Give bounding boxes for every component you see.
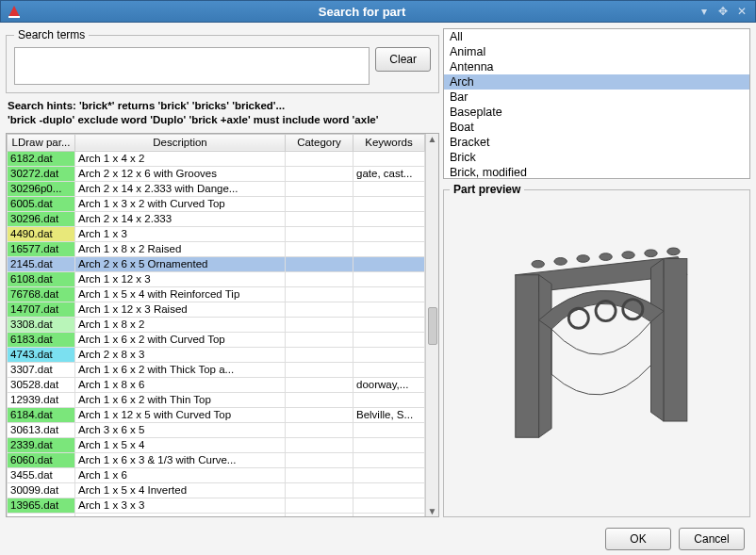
cell-kw xyxy=(353,181,425,196)
table-row[interactable]: 30296.datArch 2 x 14 x 2.333 xyxy=(8,211,425,226)
cell-part: 30272.dat xyxy=(8,166,75,181)
cell-cat xyxy=(286,513,353,516)
cell-desc: Arch 1 x 6 x 2 with Thin Top xyxy=(75,392,286,407)
search-terms-legend: Search terms xyxy=(14,28,89,41)
maximize-icon[interactable]: ✥ xyxy=(715,4,731,19)
svg-marker-6 xyxy=(651,259,664,422)
cell-cat xyxy=(286,181,353,196)
cell-kw: gate, cast... xyxy=(353,166,425,181)
category-item[interactable]: Brick, modified xyxy=(444,165,749,179)
cell-cat xyxy=(286,211,353,226)
table-row[interactable]: 6182.datArch 1 x 4 x 2 xyxy=(8,151,425,166)
cell-cat xyxy=(286,498,353,513)
table-row[interactable]: 2145.datArch 2 x 6 x 5 Ornamented xyxy=(8,256,425,271)
category-item[interactable]: Bracket xyxy=(444,135,749,150)
search-terms-group: Search terms Clear xyxy=(6,28,439,93)
ok-button[interactable]: OK xyxy=(605,528,671,550)
preview-image xyxy=(450,202,744,511)
table-row[interactable]: 30099.datArch 1 x 5 x 4 Inverted xyxy=(8,482,425,498)
cell-cat xyxy=(286,302,353,317)
cell-desc: Arch 1 x 6 x 2 with Curved Top xyxy=(75,332,286,347)
table-row[interactable]: 92950.datArch 1 x 6 Raised xyxy=(8,513,425,516)
category-item[interactable]: Bar xyxy=(444,90,749,105)
cell-kw xyxy=(353,422,425,437)
cell-cat xyxy=(286,407,353,422)
col-ldraw[interactable]: LDraw par... xyxy=(8,134,75,151)
cell-cat xyxy=(286,452,353,467)
table-row[interactable]: 4490.datArch 1 x 3 xyxy=(8,226,425,241)
table-row[interactable]: 13965.datArch 1 x 3 x 3 xyxy=(8,498,425,513)
table-row[interactable]: 30613.datArch 3 x 6 x 5 xyxy=(8,422,425,437)
table-row[interactable]: 6183.datArch 1 x 6 x 2 with Curved Top xyxy=(8,332,425,347)
col-desc[interactable]: Description xyxy=(75,134,286,151)
table-row[interactable]: 76768.datArch 1 x 5 x 4 with Reinforced … xyxy=(8,286,425,302)
table-row[interactable]: 6005.datArch 1 x 3 x 2 with Curved Top xyxy=(8,196,425,211)
cell-part: 4490.dat xyxy=(8,226,75,241)
svg-rect-1 xyxy=(8,16,20,18)
cancel-button[interactable]: Cancel xyxy=(679,528,745,550)
close-icon[interactable]: ✕ xyxy=(734,4,749,19)
category-item[interactable]: Arch xyxy=(444,74,749,90)
cell-part: 2145.dat xyxy=(8,256,75,271)
cell-desc: Arch 1 x 8 x 2 Raised xyxy=(75,241,286,256)
cell-desc: Arch 1 x 12 x 3 Raised xyxy=(75,302,286,317)
cell-kw xyxy=(353,452,425,467)
scroll-down-icon[interactable]: ▼ xyxy=(428,506,437,516)
col-keywords[interactable]: Keywords xyxy=(353,134,425,151)
table-row[interactable]: 6184.datArch 1 x 12 x 5 with Curved TopB… xyxy=(8,407,425,422)
cell-part: 13965.dat xyxy=(8,498,75,513)
cell-desc: Arch 1 x 3 x 2 with Curved Top xyxy=(75,196,286,211)
table-row[interactable]: 3308.datArch 1 x 8 x 2 xyxy=(8,317,425,332)
cell-part: 14707.dat xyxy=(8,302,75,317)
cell-kw: Belville, S... xyxy=(353,407,425,422)
cell-desc: Arch 1 x 6 xyxy=(75,467,286,482)
table-row[interactable]: 4743.datArch 2 x 8 x 3 xyxy=(8,347,425,362)
table-row[interactable]: 30528.datArch 1 x 8 x 6doorway,... xyxy=(8,377,425,392)
category-item[interactable]: Brick xyxy=(444,150,749,165)
svg-rect-3 xyxy=(516,275,539,438)
table-row[interactable]: 30272.datArch 2 x 12 x 6 with Groovesgat… xyxy=(8,166,425,181)
scroll-thumb[interactable] xyxy=(428,307,437,345)
scroll-up-icon[interactable]: ▲ xyxy=(428,134,437,144)
category-list[interactable]: AllAnimalAntennaArchBarBaseplateBoatBrac… xyxy=(443,28,750,179)
category-item[interactable]: Boat xyxy=(444,120,749,135)
table-row[interactable]: 30296p0...Arch 2 x 14 x 2.333 with Dange… xyxy=(8,181,425,196)
cell-desc: Arch 1 x 5 x 4 xyxy=(75,437,286,452)
clear-button[interactable]: Clear xyxy=(375,47,431,72)
cell-kw xyxy=(353,347,425,362)
cell-part: 3308.dat xyxy=(8,317,75,332)
cell-cat xyxy=(286,482,353,498)
cell-cat xyxy=(286,226,353,241)
table-row[interactable]: 6108.datArch 1 x 12 x 3 xyxy=(8,271,425,286)
window-title: Search for part xyxy=(27,5,697,19)
parts-table[interactable]: LDraw par... Description Category Keywor… xyxy=(7,134,425,516)
cell-kw xyxy=(353,271,425,286)
table-row[interactable]: 14707.datArch 1 x 12 x 3 Raised xyxy=(8,302,425,317)
col-category[interactable]: Category xyxy=(286,134,353,151)
table-row[interactable]: 6060.datArch 1 x 6 x 3 & 1/3 with Curve.… xyxy=(8,452,425,467)
cell-desc: Arch 2 x 6 x 5 Ornamented xyxy=(75,256,286,271)
search-hints: Search hints: 'brick*' returns 'brick' '… xyxy=(6,97,439,129)
cell-kw xyxy=(353,513,425,516)
cell-part: 30613.dat xyxy=(8,422,75,437)
category-item[interactable]: All xyxy=(444,29,749,44)
cell-desc: Arch 1 x 5 x 4 with Reinforced Tip xyxy=(75,286,286,302)
cell-cat xyxy=(286,392,353,407)
table-row[interactable]: 3307.datArch 1 x 6 x 2 with Thick Top a.… xyxy=(8,362,425,377)
table-row[interactable]: 3455.datArch 1 x 6 xyxy=(8,467,425,482)
cell-desc: Arch 2 x 8 x 3 xyxy=(75,347,286,362)
category-item[interactable]: Antenna xyxy=(444,59,749,74)
table-row[interactable]: 12939.datArch 1 x 6 x 2 with Thin Top xyxy=(8,392,425,407)
table-row[interactable]: 16577.datArch 1 x 8 x 2 Raised xyxy=(8,241,425,256)
category-item[interactable]: Animal xyxy=(444,44,749,59)
table-scrollbar[interactable]: ▲ ▼ xyxy=(425,134,438,516)
minimize-icon[interactable]: ▾ xyxy=(697,4,712,19)
app-icon xyxy=(7,4,22,19)
table-row[interactable]: 2339.datArch 1 x 5 x 4 xyxy=(8,437,425,452)
cell-part: 3307.dat xyxy=(8,362,75,377)
category-item[interactable]: Baseplate xyxy=(444,105,749,120)
search-input[interactable] xyxy=(14,47,370,85)
cell-kw xyxy=(353,286,425,302)
cell-desc: Arch 1 x 6 x 3 & 1/3 with Curve... xyxy=(75,452,286,467)
cell-part: 30528.dat xyxy=(8,377,75,392)
